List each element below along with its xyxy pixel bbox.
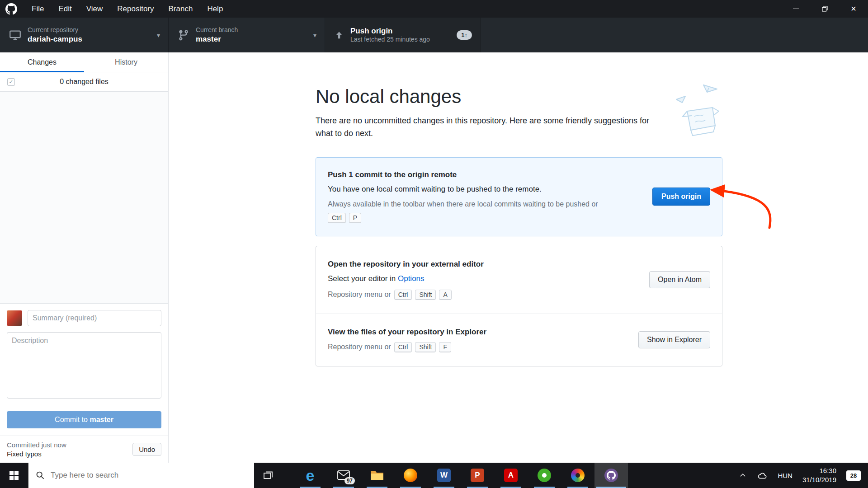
powerpoint-letter: P	[471, 469, 484, 482]
chevron-down-icon: ▾	[313, 32, 316, 39]
toolbar: Current repository dariah-campus ▾ Curre…	[0, 18, 868, 52]
committed-message: Fixed typos	[7, 450, 66, 458]
tab-changes[interactable]: Changes	[0, 52, 84, 72]
select-all-checkbox[interactable]: ✓	[7, 78, 15, 86]
search-input[interactable]	[51, 471, 231, 480]
system-tray: HUN 16:30 31/10/2019 28	[739, 466, 868, 485]
language-indicator[interactable]: HUN	[778, 472, 793, 479]
paint-app-icon[interactable]	[561, 463, 594, 488]
current-repository-dropdown[interactable]: Current repository dariah-campus ▾	[0, 18, 169, 52]
search-box[interactable]	[28, 463, 254, 488]
menu-file[interactable]: File	[24, 0, 51, 18]
repository-name: dariah-campus	[28, 34, 82, 44]
github-logo-icon	[5, 3, 17, 15]
push-origin-toolbar-button[interactable]: Push origin Last fetched 25 minutes ago …	[325, 18, 481, 52]
taskbar-clock[interactable]: 16:30 31/10/2019	[802, 466, 836, 485]
notification-count: 28	[850, 472, 857, 479]
push-card-title: Push 1 commit to the origin remote	[328, 170, 598, 179]
commit-button-prefix: Commit to	[55, 416, 90, 423]
editor-card-body: Select your editor in Options	[328, 274, 484, 283]
menu-help[interactable]: Help	[200, 0, 230, 18]
firefox-globe	[404, 469, 417, 482]
file-explorer-icon[interactable]	[360, 463, 394, 488]
tray-expand-chevron-icon[interactable]	[739, 471, 747, 479]
edge-icon[interactable]: e	[293, 463, 327, 488]
suggestions-card: Open the repository in your external edi…	[316, 246, 722, 366]
menu-view[interactable]: View	[79, 0, 110, 18]
mail-unread-badge: 97	[344, 477, 355, 484]
mail-icon[interactable]: 97	[327, 463, 360, 488]
changes-sidebar: Changes History ✓ 0 changed files Commit…	[0, 52, 169, 463]
menu-repository[interactable]: Repository	[110, 0, 161, 18]
search-icon	[36, 471, 45, 480]
show-in-explorer-button[interactable]: Show in Explorer	[638, 331, 710, 348]
commit-summary-input[interactable]	[28, 310, 161, 326]
powerpoint-icon[interactable]: P	[461, 463, 494, 488]
chevron-down-icon: ▾	[157, 32, 160, 39]
edge-letter: e	[306, 468, 315, 483]
branch-name: master	[196, 34, 238, 44]
empty-state-illustration	[674, 81, 724, 138]
key-ctrl: Ctrl	[328, 213, 346, 223]
main-panel: No local changes There are no uncommitte…	[169, 52, 868, 463]
undo-button[interactable]: Undo	[132, 443, 161, 456]
minimize-button[interactable]	[781, 0, 810, 18]
close-button[interactable]: ✕	[839, 0, 868, 18]
action-center-icon[interactable]: 28	[846, 470, 861, 481]
window-controls: ✕	[781, 0, 868, 18]
push-suggestion-card: Push 1 commit to the origin remote You h…	[316, 157, 722, 236]
key-a: A	[439, 290, 451, 300]
firefox-icon[interactable]	[394, 463, 427, 488]
onedrive-cloud-icon[interactable]	[757, 471, 768, 479]
tray-time: 16:30	[802, 466, 836, 475]
menu-edit[interactable]: Edit	[51, 0, 79, 18]
github-desktop-window: File Edit View Repository Branch Help ✕ …	[0, 0, 868, 488]
gitkraken-circle	[538, 469, 551, 482]
tray-date: 31/10/2019	[802, 475, 836, 484]
user-avatar	[7, 310, 22, 326]
git-branch-icon	[178, 29, 189, 41]
options-link[interactable]: Options	[398, 274, 425, 283]
start-button[interactable]	[0, 463, 28, 488]
toolbar-empty-area	[481, 18, 868, 52]
open-in-atom-button[interactable]: Open in Atom	[649, 271, 710, 288]
page-title: No local changes	[316, 86, 722, 108]
restore-button[interactable]	[810, 0, 839, 18]
menu-bar: File Edit View Repository Branch Help ✕	[0, 0, 868, 18]
commit-form: Commit to master	[0, 303, 168, 436]
restore-icon	[822, 6, 828, 12]
repository-label: Current repository	[28, 26, 82, 34]
task-view-button[interactable]	[254, 463, 282, 488]
word-icon[interactable]: W	[427, 463, 461, 488]
changed-files-list	[0, 92, 168, 303]
editor-body-prefix: Select your editor in	[328, 274, 398, 283]
changed-files-header: ✓ 0 changed files	[0, 72, 168, 92]
explorer-card-title: View the files of your repository in Exp…	[328, 328, 486, 337]
commit-description-input[interactable]	[7, 332, 161, 399]
show-explorer-section: View the files of your repository in Exp…	[316, 314, 722, 366]
menu-branch[interactable]: Branch	[161, 0, 200, 18]
last-commit-banner: Committed just now Fixed typos Undo	[0, 436, 168, 463]
commit-to-master-button[interactable]: Commit to master	[7, 411, 161, 428]
folder-icon	[370, 470, 384, 481]
push-origin-button[interactable]: Push origin	[652, 188, 710, 206]
key-ctrl: Ctrl	[394, 290, 412, 300]
color-wheel-icon	[571, 469, 585, 482]
branch-label: Current branch	[196, 26, 238, 34]
open-editor-section: Open the repository in your external edi…	[316, 246, 722, 314]
windows-taskbar: e 97 W P A HUN 16:3	[0, 463, 868, 488]
word-letter: W	[437, 469, 451, 482]
push-title: Push origin	[350, 26, 430, 36]
minimize-icon	[793, 9, 799, 9]
push-card-hint: Always available in the toolbar when the…	[328, 200, 598, 208]
acrobat-icon[interactable]: A	[494, 463, 528, 488]
editor-card-hint: Repository menu or	[328, 291, 391, 299]
tab-history[interactable]: History	[84, 52, 168, 72]
push-card-body: You have one local commit waiting to be …	[328, 185, 598, 194]
windows-logo-icon	[9, 471, 19, 480]
arrow-up-icon	[334, 30, 344, 40]
github-desktop-icon[interactable]	[594, 463, 628, 488]
current-branch-dropdown[interactable]: Current branch master ▾	[169, 18, 325, 52]
explorer-card-hint: Repository menu or	[328, 343, 391, 351]
gitkraken-icon[interactable]	[528, 463, 561, 488]
